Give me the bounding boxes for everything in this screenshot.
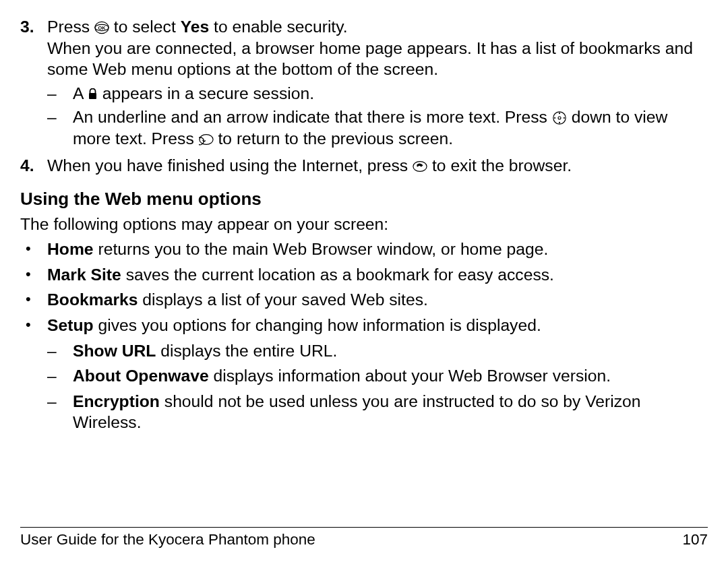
list-item-4: 4. When you have finished using the Inte… bbox=[20, 155, 708, 177]
setup-sub-openwave: – About Openwave displays information ab… bbox=[47, 365, 708, 387]
section-heading: Using the Web menu options bbox=[20, 188, 708, 210]
list-number: 4. bbox=[20, 155, 47, 177]
step3-sub2: – An underline and an arrow indicate tha… bbox=[47, 106, 708, 149]
bullet-setup: • Setup gives you options for changing h… bbox=[20, 315, 708, 336]
svg-point-9 bbox=[564, 117, 565, 119]
svg-point-6 bbox=[559, 113, 560, 114]
svg-point-7 bbox=[559, 122, 560, 123]
page-footer: User Guide for the Kyocera Phantom phone… bbox=[20, 527, 708, 550]
svg-point-5 bbox=[558, 117, 561, 119]
page-number: 107 bbox=[682, 530, 708, 550]
step3-line1: Press OK to select Yes to enable securit… bbox=[47, 16, 708, 38]
end-key-icon bbox=[413, 159, 427, 174]
list-number: 3. bbox=[20, 16, 47, 150]
back-key-icon bbox=[199, 132, 214, 147]
svg-point-10 bbox=[200, 135, 213, 145]
step3-sub1: – A appears in a secure session. bbox=[47, 83, 708, 104]
list-item-3: 3. Press OK to select Yes to enable secu… bbox=[20, 16, 708, 150]
nav-key-icon bbox=[552, 111, 567, 125]
bullet-mark-site: • Mark Site saves the current location a… bbox=[20, 264, 708, 286]
bullet-bookmarks: • Bookmarks displays a list of your save… bbox=[20, 289, 708, 311]
setup-sub-encryption: – Encryption should not be used unless y… bbox=[47, 391, 708, 433]
bullet-home: • Home returns you to the main Web Brows… bbox=[20, 239, 708, 260]
svg-text:OK: OK bbox=[98, 25, 106, 31]
footer-title: User Guide for the Kyocera Phantom phone bbox=[20, 530, 315, 550]
ok-key-icon: OK bbox=[94, 20, 109, 35]
svg-rect-3 bbox=[89, 93, 96, 99]
setup-sub-showurl: – Show URL displays the entire URL. bbox=[47, 340, 708, 362]
lock-icon bbox=[88, 88, 98, 100]
section-intro: The following options may appear on your… bbox=[20, 214, 708, 235]
svg-point-11 bbox=[413, 161, 427, 171]
step3-para: When you are connected, a browser home p… bbox=[47, 38, 708, 80]
svg-point-8 bbox=[554, 117, 555, 119]
